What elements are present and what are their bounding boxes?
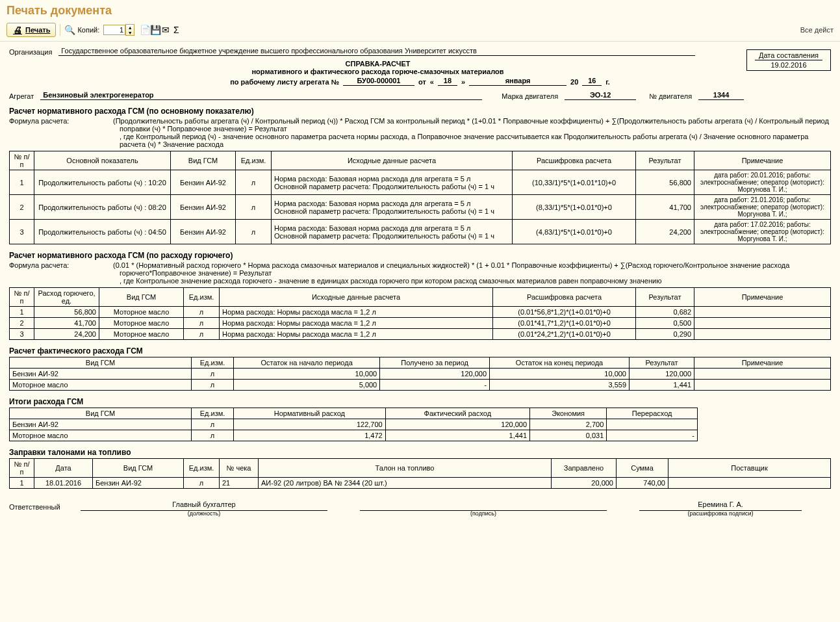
table-cell: 0,500 — [636, 318, 694, 329]
date-value: 19.02.2016 — [755, 60, 822, 70]
table-cell: дата работ: 21.01.2016; работы: электрос… — [694, 195, 831, 220]
table-header: Расшифровка расчета — [493, 288, 636, 307]
docline-ot: от — [418, 78, 426, 86]
copies-label: Копий: — [77, 26, 99, 34]
table-cell: Моторное масло — [10, 380, 192, 391]
table-cell: л — [184, 307, 220, 318]
section1-title: Расчет нормативного расхода ГСМ (по осно… — [9, 107, 831, 116]
table-header: Исходные данные расчета — [220, 288, 493, 307]
table-cell: 2 — [10, 318, 34, 329]
table-cell: 41,700 — [34, 318, 99, 329]
table-header: Ед.изм. — [184, 288, 220, 307]
table-header: Поставщик — [668, 459, 831, 478]
table-header: Расход горючего, ед. — [34, 288, 99, 307]
table-cell: (10,33/1)*5*(1+0.01*10)+0 — [513, 170, 636, 195]
table-cell: 0,682 — [636, 307, 694, 318]
table-header: Ед.изм. — [236, 151, 272, 170]
table-cell: 18.01.2016 — [34, 478, 93, 489]
table-cell: 3 — [10, 329, 34, 340]
sign-signature: (подпись) — [360, 500, 607, 511]
section4-title: Итоги расхода ГСМ — [9, 397, 831, 406]
table-row: Бензин АИ-92л122,700120,0002,700 — [10, 419, 698, 430]
copies-input[interactable] — [103, 25, 125, 35]
section4-table: Вид ГСМЕд.изм.Нормативный расходФактичес… — [9, 408, 698, 441]
table-cell: л — [184, 329, 220, 340]
email-icon[interactable]: ✉ — [160, 25, 171, 35]
table-cell: 41,700 — [636, 195, 694, 220]
all-actions-link[interactable]: Все дейст — [800, 26, 834, 34]
table-row: 241,700Моторное маслолНорма расхода: Нор… — [10, 318, 831, 329]
engine-brand-label: Марка двигателя — [502, 92, 558, 100]
copies-stepper[interactable]: ▲▼ — [125, 24, 134, 36]
table-header: Ед.изм. — [192, 408, 234, 419]
table-cell: 120,000 — [380, 369, 490, 380]
section1-table: № п/пОсновной показательВид ГСМЕд.изм.Ис… — [9, 151, 831, 244]
table-cell: л — [192, 430, 234, 441]
doc-month: января — [469, 77, 566, 86]
table-cell: 1,441 — [385, 430, 529, 441]
docline-prefix: по рабочему листу агрегата № — [230, 78, 339, 86]
table-header: Фактический расход — [385, 408, 529, 419]
table-row: Моторное маслол5,000-3,5591,441 — [10, 380, 831, 391]
table-cell — [668, 478, 831, 489]
section2-table: № п/пРасход горючего, ед.Вид ГСМЕд.изм.И… — [9, 287, 831, 340]
table-cell: (4,83/1)*5*(1+0.01*0)+0 — [513, 220, 636, 244]
table-cell: 3 — [10, 220, 34, 244]
table-header: Расшифровка расчета — [513, 151, 636, 170]
table-header: Сумма — [617, 459, 668, 478]
section5-title: Заправки талонами на топливо — [9, 448, 831, 457]
print-button-label: Печать — [25, 26, 50, 34]
window-title: Печать документа — [0, 0, 840, 20]
section2-formula: Формула расчета:(0.01 * (Нормативный рас… — [9, 261, 831, 285]
doc-day: 18 — [438, 77, 457, 86]
table-cell: 56,800 — [636, 170, 694, 195]
table-cell: л — [184, 478, 220, 489]
table-header: Ед.изм. — [192, 357, 234, 369]
table-header: Дата — [34, 459, 93, 478]
table-cell: 2,700 — [530, 419, 607, 430]
doc-title-1: СПРАВКА-РАСЧЕТ — [9, 60, 831, 68]
preview-icon[interactable]: 🔍 — [64, 25, 75, 35]
page-setup-icon[interactable]: 📄 — [140, 25, 150, 35]
table-cell — [694, 380, 831, 391]
table-header: Экономия — [530, 408, 607, 419]
signature-row: Ответственный Главный бухгалтер (должнос… — [9, 500, 831, 511]
table-cell: Норма расхода: Нормы расхода масла = 1,2… — [220, 329, 493, 340]
table-cell — [694, 307, 831, 318]
table-cell: л — [236, 170, 272, 195]
table-header: Перерасход — [607, 408, 698, 419]
table-header: Вид ГСМ — [99, 288, 184, 307]
table-row: Бензин АИ-92л10,000120,00010,000120,000 — [10, 369, 831, 380]
table-cell: Моторное масло — [99, 318, 184, 329]
table-header: Нормативный расход — [234, 408, 386, 419]
table-row: 3Продолжительность работы (ч) : 04:50Бен… — [10, 220, 831, 244]
table-header: Талон на топливо — [259, 459, 552, 478]
table-cell: (0.01*41,7*1,2)*(1+0.01*0)+0 — [493, 318, 636, 329]
separator — [60, 24, 60, 36]
table-cell: Бензин АИ-92 — [171, 220, 236, 244]
table-cell: 740,00 — [617, 478, 668, 489]
table-cell — [694, 329, 831, 340]
engine-brand-value: ЭО-12 — [565, 91, 636, 100]
table-header: Результат — [630, 357, 694, 369]
sum-icon[interactable]: Σ — [171, 25, 181, 35]
save-icon[interactable]: 💾 — [150, 25, 160, 35]
table-row: Моторное маслол1,4721,4410,031- — [10, 430, 698, 441]
table-cell: 1 — [10, 307, 34, 318]
table-cell: дата работ: 17.02.2016; работы: электрос… — [694, 220, 831, 244]
print-button[interactable]: 🖨 Печать — [6, 23, 56, 37]
table-cell: Бензин АИ-92 — [93, 478, 184, 489]
table-cell: 1 — [10, 478, 34, 489]
table-cell: 5,000 — [234, 380, 380, 391]
table-cell: 10,000 — [490, 369, 630, 380]
table-header: Остаток на начало периода — [234, 357, 380, 369]
table-cell: л — [192, 380, 234, 391]
table-cell: 3,559 — [490, 380, 630, 391]
table-cell: 0,290 — [636, 329, 694, 340]
table-cell: Норма расхода: Базовая норма расхода для… — [272, 220, 513, 244]
table-cell: Бензин АИ-92 — [171, 195, 236, 220]
engine-no-label: № двигателя — [649, 92, 692, 100]
table-cell: 24,200 — [636, 220, 694, 244]
table-cell: Норма расхода: Нормы расхода масла = 1,2… — [220, 318, 493, 329]
table-cell — [607, 419, 698, 430]
